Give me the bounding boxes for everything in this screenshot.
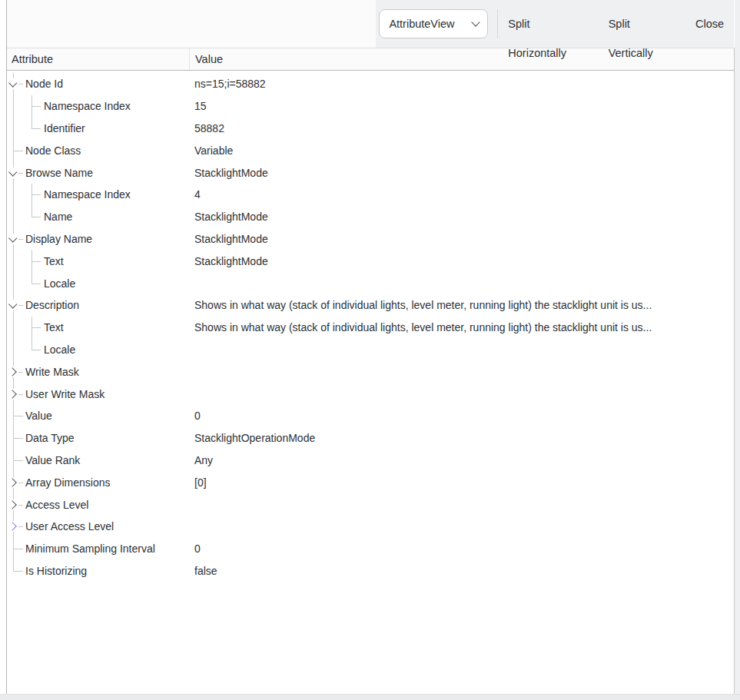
chevron-down-icon[interactable] xyxy=(8,168,17,176)
tree-row[interactable]: Locale xyxy=(7,272,734,294)
tree-row[interactable]: Access Level xyxy=(7,493,734,516)
tree-row[interactable]: NameStacklightMode xyxy=(7,206,734,228)
attribute-cell: Write Mask xyxy=(7,360,190,383)
tree-row[interactable]: Browse NameStacklightMode xyxy=(7,161,734,184)
tree-row[interactable]: Write Mask xyxy=(7,360,734,383)
tree-row[interactable]: Data TypeStacklightOperationMode xyxy=(7,427,734,450)
panel-right-gutter xyxy=(735,0,740,694)
tree-branch-line xyxy=(32,339,32,350)
chevron-right-icon[interactable] xyxy=(8,367,16,376)
toolbar: AttributeView Split Horizontally Split V… xyxy=(7,0,734,48)
attribute-cell: Name xyxy=(7,206,190,228)
tree-row[interactable]: TextStacklightMode xyxy=(7,250,734,272)
attribute-cell: Namespace Index xyxy=(7,95,190,118)
tree-branch-line xyxy=(13,310,14,316)
tree-branch-line xyxy=(13,532,14,537)
tree-row[interactable]: Identifier58882 xyxy=(7,118,734,140)
column-header-attribute[interactable]: Attribute xyxy=(7,48,190,70)
attribute-name: Node Id xyxy=(25,78,63,90)
attribute-name: Name xyxy=(44,211,72,223)
tree-row[interactable]: Node Idns=15;i=58882 xyxy=(7,73,734,95)
tree-branch-line xyxy=(18,394,23,395)
attribute-name: Value xyxy=(25,410,52,422)
tree-row[interactable]: Node ClassVariable xyxy=(7,139,734,161)
tree-branch-line xyxy=(13,118,14,140)
chevron-right-icon[interactable] xyxy=(8,478,16,486)
tree-row[interactable]: User Access Level xyxy=(7,516,734,538)
attribute-cell: Node Id xyxy=(7,73,190,95)
tree-branch-line xyxy=(13,228,14,234)
attribute-cell: Access Level xyxy=(7,493,190,516)
tree-row[interactable]: Namespace Index4 xyxy=(7,184,734,206)
tree-branch-line xyxy=(13,73,14,78)
chevron-right-icon[interactable] xyxy=(8,523,16,531)
tree-branch-line xyxy=(32,118,32,128)
view-selector-value: AttributeView xyxy=(389,18,454,30)
dropdown-arrow-icon xyxy=(472,18,480,26)
attribute-value: StacklightMode xyxy=(190,255,734,267)
tree-row[interactable]: User Write Mask xyxy=(7,383,734,405)
tree-branch-line xyxy=(18,483,23,483)
attribute-cell: Locale xyxy=(7,339,190,361)
tree-branch-line xyxy=(13,400,14,405)
chevron-down-icon[interactable] xyxy=(8,79,17,88)
attribute-name: Value Rank xyxy=(25,454,80,466)
attribute-name: User Access Level xyxy=(25,520,114,532)
splitter-handle[interactable] xyxy=(6,0,7,694)
attribute-value: StacklightOperationMode xyxy=(190,432,734,444)
attribute-cell: Value Rank xyxy=(7,450,190,472)
attribute-cell: Node Class xyxy=(7,139,190,161)
attribute-cell: Text xyxy=(7,250,190,272)
tree-branch-line xyxy=(13,250,14,272)
split-horizontally-button[interactable]: Split Horizontally xyxy=(498,9,598,38)
tree-branch-line xyxy=(18,526,23,527)
attribute-cell: Description xyxy=(7,294,190,317)
view-selector-dropdown[interactable]: AttributeView xyxy=(379,9,488,38)
attribute-value: Variable xyxy=(190,144,734,157)
chevron-right-icon[interactable] xyxy=(8,390,16,398)
tree-row[interactable]: Display NameStacklightMode xyxy=(7,228,734,250)
tree-branch-line xyxy=(13,151,23,151)
tree-row[interactable]: Is Historizingfalse xyxy=(7,560,734,582)
tree-row[interactable]: Array Dimensions[0] xyxy=(7,471,734,493)
split-vertically-button[interactable]: Split Vertically xyxy=(599,9,685,38)
attribute-value: ns=15;i=58882 xyxy=(190,78,734,90)
close-button[interactable]: Close xyxy=(685,9,734,38)
attribute-value: Shows in what way (stack of individual l… xyxy=(190,321,734,333)
attribute-name: Namespace Index xyxy=(44,188,131,201)
attribute-cell: Browse Name xyxy=(7,161,190,184)
tree-branch-line xyxy=(13,460,23,461)
tree-row[interactable]: Value RankAny xyxy=(7,450,734,472)
attribute-name: Locale xyxy=(44,277,75,290)
tree-branch-line xyxy=(13,549,23,549)
chevron-down-icon[interactable] xyxy=(8,234,17,242)
tree-row[interactable]: TextShows in what way (stack of individu… xyxy=(7,317,734,339)
tree-branch-line xyxy=(13,339,14,361)
tree-row[interactable]: Locale xyxy=(7,339,734,361)
tree-branch-line xyxy=(13,95,14,118)
tree-branch-line xyxy=(13,510,14,516)
attribute-name: Access Level xyxy=(25,499,88,511)
tree-branch-line xyxy=(13,360,14,366)
chevron-down-icon[interactable] xyxy=(8,300,17,309)
attribute-view-panel: AttributeView Split Horizontally Split V… xyxy=(0,0,740,700)
toolbar-background xyxy=(7,0,376,48)
tree-branch-line xyxy=(13,493,14,499)
tree-branch-line xyxy=(13,161,14,167)
tree-row[interactable]: Namespace Index15 xyxy=(7,95,734,118)
tree-branch-line xyxy=(18,305,23,306)
tree-branch-line xyxy=(13,89,14,95)
tree-branch-line xyxy=(13,178,14,184)
horizontal-scrollbar-track[interactable] xyxy=(0,694,740,700)
tree-branch-line xyxy=(13,317,14,339)
tree-branch-line xyxy=(13,377,14,383)
attribute-value: 0 xyxy=(190,410,734,422)
tree-branch-line xyxy=(18,173,23,174)
attribute-cell: Display Name xyxy=(7,228,190,250)
tree-row[interactable]: Value0 xyxy=(7,405,734,427)
tree-row[interactable]: Minimum Sampling Interval0 xyxy=(7,538,734,560)
attribute-value: StacklightMode xyxy=(190,167,734,179)
chevron-right-icon[interactable] xyxy=(8,500,16,509)
tree-row[interactable]: DescriptionShows in what way (stack of i… xyxy=(7,294,734,317)
attribute-value: [0] xyxy=(190,476,734,489)
